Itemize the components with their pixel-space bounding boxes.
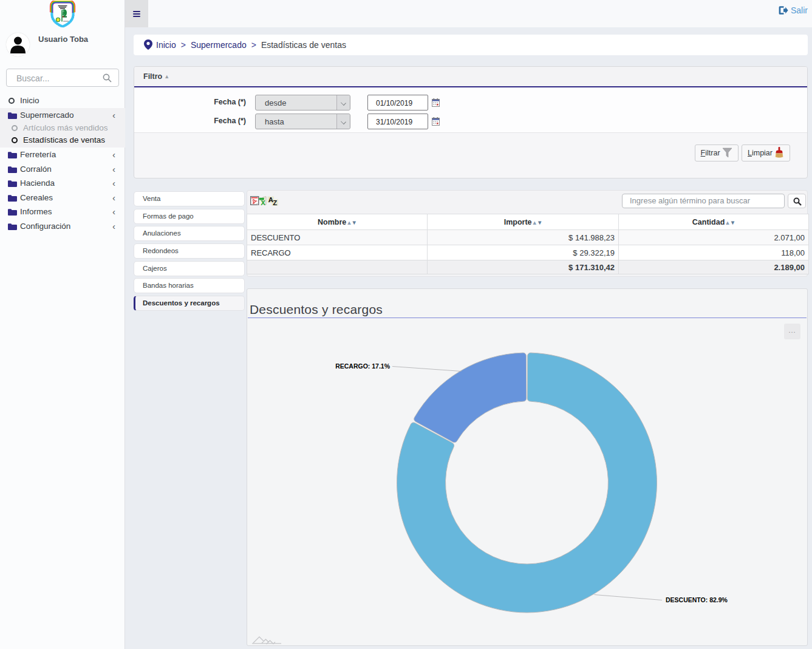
svg-text:RECARGO: 17.1%: RECARGO: 17.1% (335, 362, 391, 370)
svg-text:DESCUENTO: 82.9%: DESCUENTO: 82.9% (666, 596, 728, 603)
svg-text:X: X (261, 199, 265, 206)
svg-text:Z: Z (273, 199, 277, 206)
